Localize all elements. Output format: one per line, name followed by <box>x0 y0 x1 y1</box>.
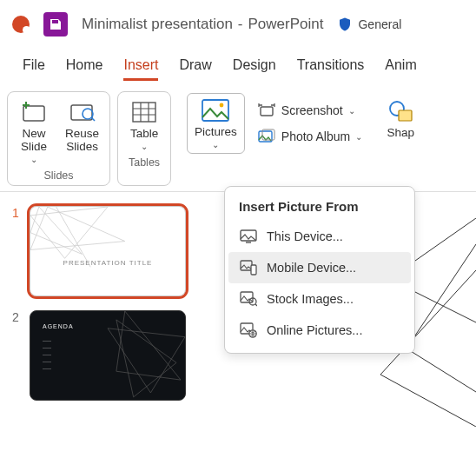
group-shapes: Shap <box>378 91 426 186</box>
dd-mobile-device-label: Mobile Device... <box>267 261 356 275</box>
reuse-slides-label: Reuse Slides <box>65 127 99 153</box>
powerpoint-app-icon <box>12 16 30 33</box>
stock-images-icon <box>240 291 257 307</box>
table-button[interactable]: Table ⌄ <box>127 97 162 153</box>
group-images: Pictures ⌄ Screenshot ⌄ Photo Album ⌄ <box>178 91 371 186</box>
slide-1-art <box>30 207 185 296</box>
sensitivity-label[interactable]: General <box>337 17 401 32</box>
reuse-slides-icon <box>69 101 96 123</box>
tab-animations[interactable]: Anim <box>385 57 416 81</box>
chevron-down-icon: ⌄ <box>348 106 355 116</box>
slide-thumb-2[interactable]: AGENDA —— —— —— —— —— <box>30 310 186 401</box>
slide-number-1: 1 <box>12 206 21 220</box>
svg-rect-14 <box>241 292 253 302</box>
svg-rect-12 <box>241 261 252 270</box>
tab-file[interactable]: File <box>23 57 45 81</box>
slide-2-items: —— —— —— —— —— <box>43 337 51 372</box>
shapes-icon <box>387 100 414 123</box>
insert-picture-dropdown: Insert Picture From This Device... Mobil… <box>224 186 415 354</box>
chevron-down-icon: ⌄ <box>141 142 148 151</box>
title-bar: Minimalist presentation - PowerPoint Gen… <box>0 0 476 45</box>
slide-1-title: PRESENTATION TITLE <box>30 259 185 267</box>
svg-rect-3 <box>133 103 155 122</box>
table-label: Table <box>130 127 158 140</box>
dd-this-device-label: This Device... <box>267 229 343 243</box>
tab-insert[interactable]: Insert <box>123 57 158 81</box>
photo-album-icon <box>258 129 275 144</box>
dd-mobile-device[interactable]: Mobile Device... <box>228 252 411 283</box>
chevron-down-icon: ⌄ <box>355 132 362 142</box>
svg-rect-1 <box>71 105 92 120</box>
mobile-picture-icon <box>240 260 257 275</box>
slide-thumb-1[interactable]: PRESENTATION TITLE <box>30 206 186 296</box>
window-title: Minimalist presentation - PowerPoint <box>82 16 323 33</box>
ribbon-tabs: File Home Insert Draw Design Transitions… <box>0 45 476 86</box>
group-slides-label: Slides <box>43 169 73 182</box>
dd-stock-images[interactable]: Stock Images... <box>228 283 411 315</box>
group-tables-label: Tables <box>129 156 160 169</box>
slide-thumbnails-pane: 1 PRESENTATION TITLE 2 AGENDA —— —— —— —… <box>0 192 200 458</box>
online-pictures-icon <box>240 322 257 338</box>
photo-album-button[interactable]: Photo Album ⌄ <box>257 128 362 145</box>
new-slide-label: New Slide <box>21 127 47 153</box>
new-slide-icon <box>20 101 48 123</box>
app-name: PowerPoint <box>248 16 324 33</box>
svg-rect-10 <box>399 110 412 121</box>
tab-draw[interactable]: Draw <box>179 57 211 81</box>
dd-online-pictures-label: Online Pictures... <box>267 323 362 337</box>
tab-home[interactable]: Home <box>66 57 103 81</box>
svg-rect-4 <box>202 100 228 121</box>
save-icon <box>49 17 63 31</box>
dd-this-device[interactable]: This Device... <box>228 221 411 252</box>
slide-number-2: 2 <box>12 310 21 324</box>
screenshot-label: Screenshot <box>281 103 343 117</box>
slide-2-title: AGENDA <box>43 323 74 329</box>
ribbon: New Slide ⌄ Reuse Slides Slides Table ⌄ … <box>0 86 476 192</box>
table-icon <box>131 101 157 123</box>
new-slide-button[interactable]: New Slide ⌄ <box>17 97 51 166</box>
reuse-slides-button[interactable]: Reuse Slides <box>63 97 101 155</box>
sensitivity-text: General <box>358 17 401 31</box>
save-button[interactable] <box>43 12 68 37</box>
dropdown-title: Insert Picture From <box>228 196 411 221</box>
svg-point-5 <box>220 103 224 108</box>
tab-design[interactable]: Design <box>233 57 276 81</box>
photo-album-label: Photo Album <box>281 129 350 143</box>
group-slides: New Slide ⌄ Reuse Slides Slides <box>7 91 110 186</box>
shield-icon <box>337 17 353 32</box>
dd-stock-images-label: Stock Images... <box>267 292 354 306</box>
chevron-down-icon: ⌄ <box>212 140 219 149</box>
document-name: Minimalist presentation <box>82 16 233 33</box>
svg-rect-6 <box>261 107 273 116</box>
title-separator: - <box>238 16 243 33</box>
screenshot-button[interactable]: Screenshot ⌄ <box>257 102 362 119</box>
pictures-button[interactable]: Pictures ⌄ <box>187 93 245 154</box>
shapes-button[interactable]: Shap <box>383 96 418 141</box>
monitor-picture-icon <box>240 229 257 244</box>
pictures-label: Pictures <box>195 125 237 138</box>
shapes-label: Shap <box>387 126 414 139</box>
tab-transitions[interactable]: Transitions <box>297 57 365 81</box>
chevron-down-icon: ⌄ <box>30 155 37 164</box>
pictures-icon <box>201 98 230 123</box>
group-tables: Table ⌄ Tables <box>117 91 171 186</box>
svg-rect-13 <box>251 265 256 275</box>
dd-online-pictures[interactable]: Online Pictures... <box>228 315 411 346</box>
screenshot-icon <box>258 103 275 118</box>
